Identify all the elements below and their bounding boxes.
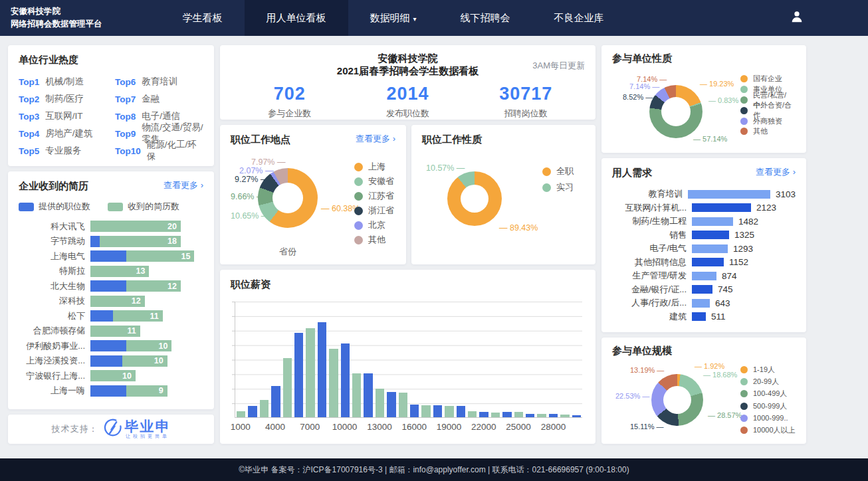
- unit_scale-legend-label: 100-499人: [753, 389, 787, 399]
- demand-row-bar: [692, 285, 712, 294]
- demand-row-value: 745: [718, 284, 733, 294]
- location-legend-item[interactable]: 其他: [354, 233, 394, 247]
- unit_scale-legend-item[interactable]: 500-999人: [740, 400, 796, 412]
- unit_scale-legend-item[interactable]: 1000-999..: [740, 412, 796, 424]
- x-tick-label: 25000: [506, 422, 531, 432]
- industry-rank-label: Top10: [115, 146, 141, 156]
- legend-dot-icon: [354, 236, 363, 244]
- histogram-bar: [421, 405, 430, 417]
- demand-row: 人事/行政/后...643: [612, 296, 796, 310]
- nav-item-2[interactable]: 用人单位看板: [245, 0, 348, 36]
- dashboard-title-line1: 安徽科技学院: [231, 52, 585, 64]
- industry-item: Top5专业服务: [19, 142, 115, 159]
- footer-text: ©毕业申 备案号：沪ICP备17007916号-3 | 邮箱：info@appl…: [239, 464, 629, 476]
- unit-scale-donut-chart: — 1.92%— 18.68%— 28.57%15.11% —22.53% —1…: [612, 361, 796, 436]
- resumes-legend-item[interactable]: 收到的简历数: [108, 201, 179, 213]
- page-footer: ©毕业申 备案号：沪ICP备17007916号-3 | 邮箱：info@appl…: [0, 458, 868, 481]
- histogram-bar: [560, 415, 569, 417]
- resume-row-bars: 9: [90, 385, 167, 397]
- resumes-legend-label: 收到的简历数: [128, 201, 179, 213]
- app-logo: 安徽科技学院 网络招聘会数据管理平台: [11, 0, 102, 36]
- job-location-more-link[interactable]: 查看更多 ›: [356, 133, 395, 145]
- resume-row-label: 科大讯飞: [19, 221, 85, 233]
- industry-item: Top2制药/医疗: [19, 90, 115, 108]
- resumes-bar-chart: 科大讯飞20字节跳动18上海电气15特斯拉13北大生物12深科技12松下11合肥…: [19, 221, 203, 397]
- unit_scale-legend-item[interactable]: 100-499人: [740, 388, 796, 400]
- industry-rank-label: Top8: [115, 112, 136, 122]
- demand-row-label: 人事/行政/后...: [612, 297, 687, 309]
- tech-support-label: 技术支持：: [52, 423, 98, 435]
- positions-bar-segment: [90, 355, 122, 367]
- demand-row-bar: [692, 203, 751, 212]
- unit_nature-legend-item[interactable]: 中外合资/合作: [740, 105, 796, 116]
- tech-support-card: 技术支持： 毕业申 让校招更简单: [8, 415, 214, 444]
- legend-dot-icon: [740, 366, 748, 373]
- nature-legend-item[interactable]: 全职: [542, 163, 574, 179]
- job-type-title: 职位工作性质: [422, 133, 585, 147]
- resumes-more-link[interactable]: 查看更多 ›: [163, 179, 203, 191]
- resume-row-label: 上海一嗨: [19, 385, 85, 397]
- industry-rank-label: Top1: [19, 77, 39, 87]
- update-note: 3AM每日更新: [532, 60, 585, 72]
- user-avatar-button[interactable]: [790, 0, 804, 36]
- demand-row: 金融/银行/证...745: [612, 283, 796, 297]
- nav-item-5[interactable]: 不良企业库: [532, 0, 626, 36]
- dashboard-content: 单位行业热度 Top1机械/制造Top2制药/医疗Top3互联网/ITTop4房…: [0, 36, 868, 444]
- demand-row-label: 其他招聘信息: [612, 256, 687, 268]
- industry-name-label: 制药/医疗: [45, 93, 84, 105]
- industry-name-label: 金融: [142, 93, 160, 105]
- histogram-bar: [387, 392, 395, 417]
- histogram-bar: [445, 406, 453, 417]
- location-legend-item[interactable]: 安徽省: [354, 174, 394, 189]
- stat-companies-label: 参与企业数: [231, 108, 349, 120]
- unit-nature-title: 参与单位性质: [612, 52, 796, 66]
- resumes-legend-item[interactable]: 提供的职位数: [19, 201, 90, 213]
- histogram-bar: [260, 400, 269, 417]
- location-legend-item[interactable]: 江苏省: [354, 189, 394, 203]
- company-resumes-title: 企业收到的简历: [19, 179, 88, 194]
- industry-rank-label: Top2: [19, 94, 39, 104]
- job-type-donut-chart: — 89.43%10.57% —全职实习: [422, 153, 585, 258]
- nature-legend-item[interactable]: 实习: [542, 179, 574, 195]
- unit_nature-legend-item[interactable]: 其他: [740, 126, 796, 137]
- demand-row-label: 制药/生物工程: [612, 215, 687, 227]
- x-tick-label: 7000: [300, 422, 320, 432]
- unit_scale-legend-item[interactable]: 20-99人: [740, 375, 796, 387]
- histogram-bar: [526, 414, 534, 417]
- nav-item-4[interactable]: 线下招聘会: [439, 0, 532, 36]
- unit-nature-donut-chart: — 19.23%— 0.83%— 57.14%8.52% —7.14% —7.1…: [612, 69, 796, 145]
- location-legend-item[interactable]: 浙江省: [354, 203, 394, 218]
- location-legend-item[interactable]: 北京: [354, 218, 394, 233]
- salary-plot-area: [235, 302, 582, 418]
- histogram-bar: [341, 343, 350, 417]
- industry-name-label: 电子/通信: [142, 110, 180, 122]
- histogram-bar: [248, 406, 257, 417]
- nav-item-3[interactable]: 数据明细▾: [348, 0, 439, 36]
- location-percent-label: 2.07% —: [239, 166, 273, 175]
- nav-item-1[interactable]: 学生看板: [161, 0, 245, 36]
- industry-heat-title: 单位行业热度: [19, 53, 203, 68]
- histogram-bar: [271, 386, 280, 417]
- resume-row-label: 上海电气: [19, 250, 85, 262]
- demand-more-link[interactable]: 查看更多 ›: [756, 166, 796, 178]
- industry-name-label: 教育培训: [142, 76, 177, 88]
- right-column: 参与单位性质 — 19.23%— 0.83%— 57.14%8.52% —7.1…: [601, 45, 806, 444]
- nature-legend-label: 全职: [556, 165, 574, 177]
- histogram-bar: [433, 405, 442, 417]
- demand-row: 电子/电气1293: [612, 242, 796, 256]
- positions-bar-segment: [90, 310, 113, 322]
- positions-bar-segment: [90, 385, 126, 397]
- location-legend-label: 浙江省: [368, 205, 394, 217]
- resume-row-label: 特斯拉: [19, 265, 85, 277]
- resumes-legend-label: 提供的职位数: [39, 201, 90, 213]
- legend-dot-icon: [354, 207, 363, 215]
- unit_scale-legend-item[interactable]: 10000人以上: [740, 424, 796, 436]
- positions-bar-segment: [90, 340, 126, 351]
- unit_nature-legend-item[interactable]: 国有企业: [740, 74, 796, 84]
- resume-row-bars: 11: [90, 326, 140, 337]
- location-legend-item[interactable]: 上海: [354, 159, 394, 174]
- unit_scale-legend-item[interactable]: 1-19人: [740, 363, 796, 375]
- histogram-bar: [364, 373, 372, 417]
- resumes-bar-segment: 18: [100, 236, 181, 247]
- resume-row-label: 北大生物: [19, 280, 85, 292]
